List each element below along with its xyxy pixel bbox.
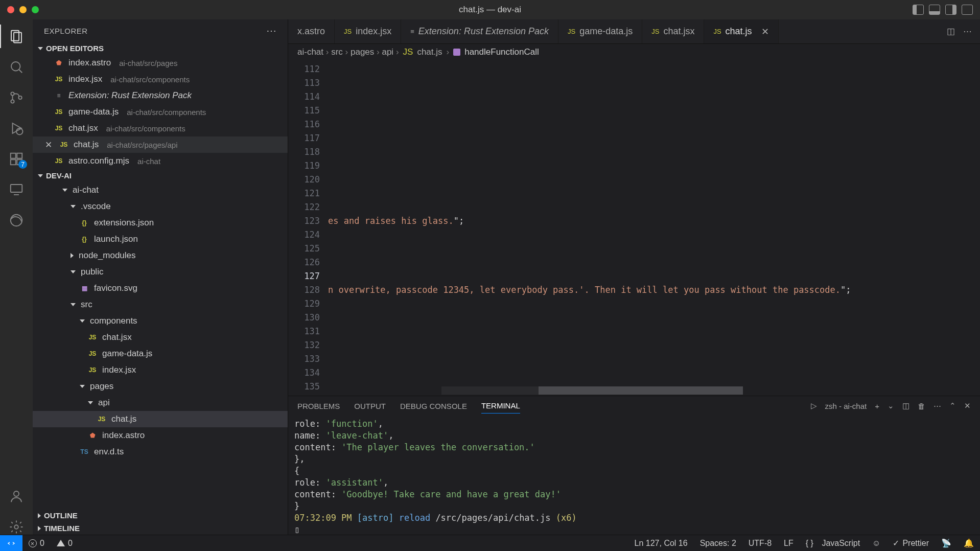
file-name: favicon.svg [94,283,137,293]
close-panel-icon[interactable]: ✕ [964,401,971,410]
file-item[interactable]: ⬟index.astro [33,427,288,444]
open-editor-item[interactable]: JSchat.jsxai-chat/src/components [33,120,288,136]
explorer-more-icon[interactable]: ⋯ [266,25,277,37]
svg-point-5 [11,100,14,103]
folder-item[interactable]: src [33,296,288,313]
code-content[interactable]: es and raises his glass."; n overwrite, … [325,60,851,396]
edge-devtools-icon[interactable] [9,213,24,228]
breadcrumbs[interactable]: ai-chat › src › pages › api › JS chat.js… [288,44,980,60]
open-editor-item[interactable]: ≡Extension: Rust Extension Pack [33,87,288,104]
svg-point-16 [14,491,19,496]
maximize-window-button[interactable] [32,6,39,13]
panel-more-icon[interactable]: ⋯ [934,401,941,410]
open-editor-item[interactable]: JSgame-data.jsai-chat/src/components [33,104,288,120]
status-warnings[interactable]: 0 [51,539,79,548]
folder-item[interactable]: pages [33,378,288,395]
kill-terminal-icon[interactable]: 🗑 [918,402,925,410]
editor[interactable]: 1121131141151161171181191201211221231241… [288,60,980,396]
customize-layout-icon[interactable] [962,5,973,15]
scrollbar-thumb[interactable] [539,386,743,395]
status-feedback-icon[interactable]: ☺ [866,538,886,548]
accounts-icon[interactable] [9,489,24,504]
status-encoding[interactable]: UTF-8 [742,538,778,548]
breadcrumb-file: chat.js [417,47,442,57]
open-editor-item[interactable]: ✕JSchat.jsai-chat/src/pages/api [33,136,288,153]
open-editor-item[interactable]: JSastro.config.mjsai-chat [33,153,288,169]
folder-item[interactable]: components [33,313,288,329]
breadcrumb-folder[interactable]: pages [351,47,374,57]
panel-tab-terminal[interactable]: TERMINAL [481,398,520,414]
editor-tab[interactable]: JSgame-data.js [558,19,642,43]
folder-item[interactable]: ai-chat [33,182,288,198]
status-indentation[interactable]: Spaces: 2 [694,538,742,548]
terminal-output[interactable]: role: 'function', name: 'leave-chat', co… [288,416,980,535]
open-editor-item[interactable]: ⬟index.astroai-chat/src/pages [33,55,288,71]
project-section[interactable]: DEV-AI [33,169,288,182]
toggle-panel-icon[interactable] [929,5,940,15]
status-cursor-position[interactable]: Ln 127, Col 16 [628,538,694,548]
maximize-panel-icon[interactable]: ⌃ [949,401,956,410]
editor-tab[interactable]: JSchat.jsx [642,19,704,43]
breadcrumb-folder[interactable]: src [331,47,343,57]
status-bell-icon[interactable]: 🔔 [958,538,980,548]
open-editors-section[interactable]: OPEN EDITORS [33,42,288,55]
terminal-launch-icon[interactable]: ▷ [811,401,817,410]
file-item[interactable]: TSenv.d.ts [33,444,288,460]
file-item[interactable]: {}extensions.json [33,215,288,231]
timeline-section[interactable]: TIMELINE [33,522,288,535]
panel-tab-output[interactable]: OUTPUT [354,399,386,414]
outline-section[interactable]: OUTLINE [33,509,288,522]
horizontal-scrollbar[interactable] [441,386,725,395]
folder-item[interactable]: node_modules [33,247,288,264]
file-name: chat.jsx [102,332,132,342]
split-editor-icon[interactable]: ◫ [947,26,955,37]
explorer-icon[interactable] [9,29,24,44]
editor-tab[interactable]: JSindex.jsx [335,19,401,43]
file-item[interactable]: {}launch.json [33,231,288,247]
file-item[interactable]: JSgame-data.js [33,346,288,362]
file-item[interactable]: JSchat.js [33,411,288,427]
breadcrumb-folder[interactable]: ai-chat [297,47,323,57]
new-terminal-icon[interactable]: + [875,402,879,410]
open-editor-item[interactable]: JSindex.jsxai-chat/src/components [33,71,288,87]
file-name: launch.json [94,234,138,244]
close-window-button[interactable] [7,6,14,13]
search-icon[interactable] [9,59,24,75]
close-editor-icon[interactable]: ✕ [45,140,52,150]
terminal-dropdown-icon[interactable]: ⌄ [888,401,894,410]
file-path: ai-chat/src/pages/api [107,141,177,149]
tab-label: x.astro [297,26,325,37]
terminal-process[interactable]: zsh - ai-chat [825,402,867,410]
run-debug-icon[interactable] [9,121,24,136]
minimize-window-button[interactable] [19,6,27,13]
close-tab-icon[interactable]: ✕ [761,26,769,37]
toggle-primary-sidebar-icon[interactable] [913,5,924,15]
file-icon: ≡ [54,91,63,100]
folder-item[interactable]: .vscode [33,198,288,215]
status-errors[interactable]: 0 [22,539,51,548]
file-item[interactable]: JSchat.jsx [33,329,288,346]
file-icon: ⬟ [88,431,97,440]
panel-tab-debug-console[interactable]: DEBUG CONSOLE [400,399,467,414]
editor-tab[interactable]: ≡Extension: Rust Extension Pack [401,19,558,43]
editor-tab[interactable]: JSchat.js✕ [704,19,778,43]
settings-gear-icon[interactable] [9,519,24,535]
status-live-icon[interactable]: 📡 [935,538,958,548]
breadcrumb-folder[interactable]: api [382,47,393,57]
more-actions-icon[interactable]: ⋯ [963,26,972,37]
status-eol[interactable]: LF [778,538,800,548]
folder-item[interactable]: public [33,264,288,280]
split-terminal-icon[interactable]: ◫ [902,401,909,410]
file-item[interactable]: ▦favicon.svg [33,280,288,296]
source-control-icon[interactable] [9,90,24,105]
file-item[interactable]: JSindex.jsx [33,362,288,378]
toggle-secondary-sidebar-icon[interactable] [945,5,956,15]
status-language[interactable]: { } JavaScript [800,538,866,548]
folder-item[interactable]: api [33,395,288,411]
status-prettier[interactable]: ✓ Prettier [886,538,935,548]
remote-indicator[interactable] [0,535,22,551]
editor-tab[interactable]: x.astro [288,19,335,43]
remote-explorer-icon[interactable] [9,182,24,197]
panel-tab-problems[interactable]: PROBLEMS [297,399,340,414]
extensions-icon[interactable]: 7 [9,151,24,167]
